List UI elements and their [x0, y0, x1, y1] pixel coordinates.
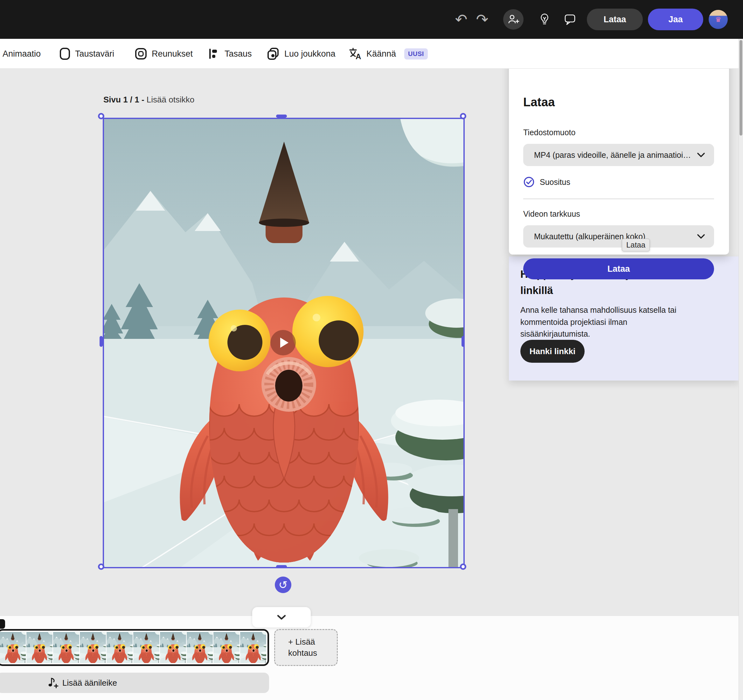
toolbar-translate-label: Käännä	[366, 49, 396, 59]
selection-handle-left[interactable]	[99, 336, 103, 347]
toolbar-item-background-color[interactable]: Taustaväri	[59, 39, 114, 69]
resolution-label: Videon tarkkuus	[523, 209, 714, 219]
toolbar-alignment-label: Tasaus	[225, 49, 252, 59]
timeline-frame[interactable]	[213, 632, 240, 663]
timeline-frame[interactable]	[160, 632, 186, 663]
file-format-value: MP4 (paras videoille, äänelle ja animaat…	[532, 150, 697, 160]
chevron-down-icon	[697, 153, 705, 157]
current-page-marker	[0, 619, 5, 629]
timeline-collapse-button[interactable]	[252, 607, 311, 627]
comments-button[interactable]	[562, 0, 577, 39]
comment-icon	[564, 13, 576, 25]
play-button[interactable]	[270, 330, 296, 355]
scrollbar[interactable]	[739, 39, 743, 700]
redo-icon[interactable]: ↷	[473, 0, 492, 39]
panel-divider	[523, 199, 714, 199]
chevron-down-icon	[697, 234, 705, 239]
music-note-add-icon	[47, 676, 59, 689]
add-scene-button[interactable]: + Lisää kohtaus	[274, 629, 338, 666]
selection-handle-bottom[interactable]	[276, 565, 287, 568]
new-badge: UUSI	[404, 48, 428, 59]
get-link-button[interactable]: Hanki linkki	[520, 340, 585, 363]
play-icon	[280, 338, 289, 348]
toolbar-item-borders[interactable]: Reunukset	[135, 39, 193, 69]
download-button[interactable]: Lataa	[523, 258, 714, 279]
recommended-label: Suositus	[540, 178, 570, 187]
timeline-frame[interactable]	[107, 632, 133, 663]
timeline-frame[interactable]	[240, 632, 266, 663]
timeline-frame[interactable]	[133, 632, 159, 663]
selection-handle-top[interactable]	[276, 114, 287, 118]
page-indicator: Sivu 1 / 1 -	[104, 95, 147, 104]
person-add-icon	[507, 14, 520, 25]
check-circle-icon	[523, 176, 535, 188]
selection-handle-top-right[interactable]	[460, 113, 466, 119]
context-toolbar: Animaatio Taustaväri Reunukset Tasaus Lu…	[0, 39, 743, 69]
timeline-frame[interactable]	[27, 632, 52, 663]
topbar-download-button[interactable]: Lataa	[587, 9, 643, 30]
background-color-icon	[59, 47, 71, 61]
add-audio-label: Lisää äänileike	[62, 678, 117, 688]
bulk-create-icon	[266, 47, 280, 61]
share-button[interactable]: Jaa	[648, 9, 703, 30]
timeline-frame[interactable]	[0, 632, 26, 663]
resolution-value: Mukautettu (alkuperäinen koko)	[532, 232, 697, 241]
page-label: Sivu 1 / 1 - Lisää otsikko	[104, 95, 194, 105]
toolbar-bulk-create-label: Luo joukkona	[284, 49, 336, 59]
resolution-select[interactable]: Mukautettu (alkuperäinen koko)	[523, 225, 714, 248]
avatar-crown-graphic: ♛	[715, 16, 721, 23]
add-audio-clip-button[interactable]: Lisää äänileike	[0, 673, 269, 693]
toolbar-borders-label: Reunukset	[152, 49, 193, 59]
share-panel-body: Anna kelle tahansa mahdollisuus katsella…	[520, 304, 694, 340]
lightbulb-icon	[539, 13, 550, 26]
add-scene-label: + Lisää kohtaus	[288, 636, 324, 658]
download-tooltip: Lataa	[622, 239, 650, 251]
alignment-icon	[208, 48, 220, 60]
chevron-down-icon	[277, 614, 286, 620]
page-title-placeholder[interactable]: Lisää otsikko	[147, 95, 194, 104]
selection-handle-right[interactable]	[462, 336, 465, 347]
undo-icon[interactable]: ↶	[451, 0, 471, 39]
recommended-row: Suositus	[523, 176, 714, 188]
selection-handle-bottom-right[interactable]	[460, 564, 466, 570]
timeline-frame[interactable]	[80, 632, 106, 663]
svg-text:A: A	[355, 52, 361, 61]
rotate-handle[interactable]: ↺	[275, 577, 292, 593]
timeline-frame[interactable]	[53, 632, 79, 663]
toolbar-item-translate[interactable]: A Käännä UUSI	[349, 39, 428, 69]
file-format-label: Tiedostomuoto	[523, 128, 714, 137]
file-format-select[interactable]: MP4 (paras videoille, äänelle ja animaat…	[523, 144, 714, 166]
top-bar: ↶ ↷ Lataa Jaa ♛	[0, 0, 743, 39]
download-panel-title: Lataa	[523, 95, 714, 109]
timeline-scene-filmstrip[interactable]	[0, 629, 269, 666]
avatar[interactable]: ♛	[709, 10, 728, 29]
selection-handle-bottom-left[interactable]	[98, 564, 104, 570]
toolbar-item-alignment[interactable]: Tasaus	[208, 39, 252, 69]
timeline-frame[interactable]	[187, 632, 213, 663]
toolbar-item-animation[interactable]: Animaatio	[3, 39, 41, 69]
rotate-icon: ↺	[279, 578, 288, 591]
add-collaborator-button[interactable]	[503, 9, 524, 30]
translate-icon: A	[349, 47, 362, 61]
selection-handle-top-left[interactable]	[98, 113, 104, 119]
toolbar-background-color-label: Taustaväri	[75, 49, 114, 59]
toolbar-animation-label: Animaatio	[3, 49, 41, 59]
ideas-button[interactable]	[537, 0, 552, 39]
toolbar-item-bulk-create[interactable]: Luo joukkona	[266, 39, 336, 69]
scrollbar-thumb[interactable]	[740, 40, 742, 135]
download-panel: Lataa Tiedostomuoto MP4 (paras videoille…	[509, 39, 729, 255]
borders-icon	[135, 47, 147, 60]
